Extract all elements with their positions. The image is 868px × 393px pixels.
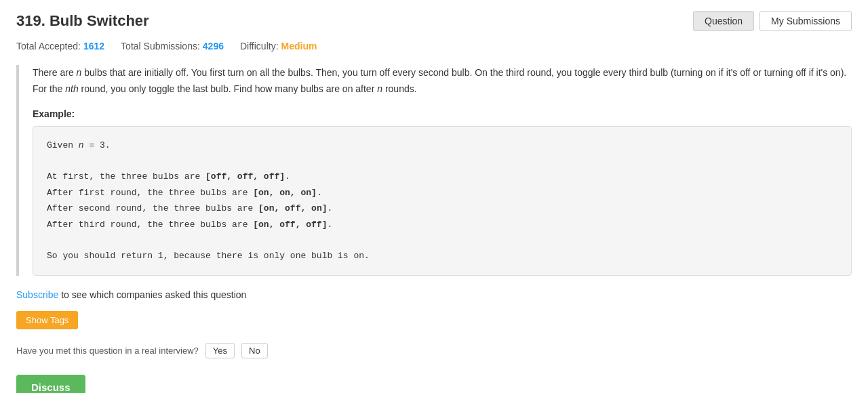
total-submissions-stat: Total Submissions: 4296 [121,41,224,51]
page-container: 319. Bulb Switcher Question My Submissio… [0,0,868,393]
subscribe-link[interactable]: Subscribe [16,289,58,300]
show-tags-container: Show Tags [16,311,852,343]
header-buttons: Question My Submissions [693,11,852,31]
interview-row: Have you met this question in a real int… [16,343,852,358]
total-accepted-label: Total Accepted: [16,41,81,51]
content-area: There are n bulbs that are initially off… [16,65,852,276]
n-italic-1: n [77,67,82,78]
subscribe-rest-text: to see which companies asked this questi… [58,289,246,300]
yes-button[interactable]: Yes [205,343,235,358]
nth-italic: nth [65,83,78,94]
total-accepted-value: 1612 [83,41,104,51]
total-submissions-value: 4296 [203,41,224,51]
n-italic-2: n [377,83,382,94]
discuss-button[interactable]: Discuss [16,375,85,393]
difficulty-stat: Difficulty: Medium [240,41,317,51]
question-button[interactable]: Question [693,11,754,31]
header-row: 319. Bulb Switcher Question My Submissio… [16,11,852,31]
code-block: Given n = 3. At first, the three bulbs a… [33,126,852,276]
problem-description: There are n bulbs that are initially off… [33,65,852,98]
difficulty-label: Difficulty: [240,41,279,51]
show-tags-button[interactable]: Show Tags [16,311,78,329]
stats-row: Total Accepted: 1612 Total Submissions: … [16,41,852,51]
page-title: 319. Bulb Switcher [16,12,149,30]
example-label: Example: [33,108,852,119]
my-submissions-button[interactable]: My Submissions [760,11,852,31]
difficulty-value: Medium [281,41,317,51]
discuss-container: Discuss [16,375,852,393]
total-accepted-stat: Total Accepted: 1612 [16,41,104,51]
subscribe-row: Subscribe to see which companies asked t… [16,289,852,300]
no-button[interactable]: No [241,343,268,358]
total-submissions-label: Total Submissions: [121,41,200,51]
interview-question-text: Have you met this question in a real int… [16,346,199,356]
